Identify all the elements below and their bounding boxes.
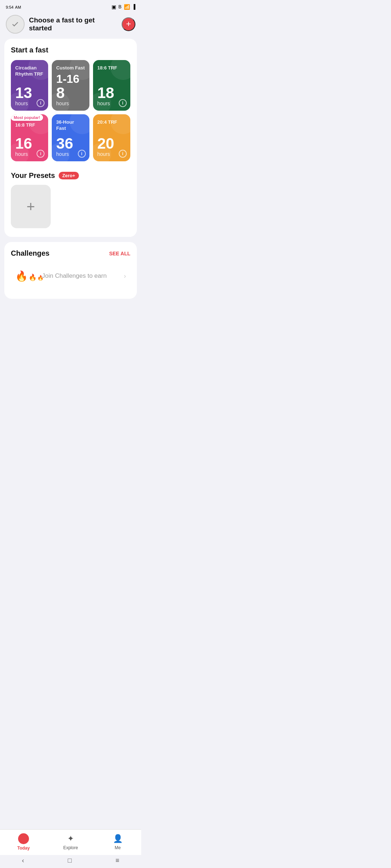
flame-cluster-icon: 🔥 🔥 🔥 bbox=[15, 270, 43, 282]
fast-tile-name: 36-Hour Fast bbox=[56, 119, 85, 132]
fast-tile-custom[interactable]: Custom Fast 1-16 8 hours bbox=[52, 60, 89, 111]
fast-tile-204trf[interactable]: 20:4 TRF 20 hours i bbox=[93, 114, 130, 161]
fast-tile-hours-num: 13 bbox=[15, 85, 44, 101]
fast-tile-name: Custom Fast bbox=[56, 65, 85, 71]
app-header: Choose a fast to get started + bbox=[0, 11, 141, 39]
checkmark-icon bbox=[11, 20, 19, 28]
see-all-button[interactable]: SEE ALL bbox=[109, 251, 130, 256]
camera-icon: ▣ bbox=[112, 4, 116, 10]
info-icon[interactable]: i bbox=[78, 150, 86, 158]
presets-title: Your Presets bbox=[11, 171, 55, 180]
fast-tile-hours-num: 36 bbox=[56, 136, 85, 151]
fast-tile-168trf[interactable]: Most popular! 16:8 TRF 16 hours i bbox=[11, 114, 48, 161]
header-title: Choose a fast to get started bbox=[29, 16, 117, 32]
chevron-right-icon: › bbox=[124, 272, 126, 280]
challenges-title: Challenges bbox=[11, 249, 50, 258]
fasting-grid: Circadian Rhythm TRF 13 hours i Custom F… bbox=[11, 60, 130, 161]
fast-tile-hours-num: 16 bbox=[15, 136, 44, 151]
fast-tile-name: 20:4 TRF bbox=[97, 119, 126, 125]
info-icon[interactable]: i bbox=[119, 99, 127, 107]
status-time: 9:54 AM bbox=[6, 4, 21, 10]
challenge-join-text: Join Challenges to earn bbox=[42, 272, 119, 280]
scroll-area: Start a fast Circadian Rhythm TRF 13 hou… bbox=[0, 39, 141, 333]
flame-purple-icon: 🔥 bbox=[29, 273, 37, 281]
fast-tile-hours-num2: 8 bbox=[56, 85, 85, 101]
status-bar: 9:54 AM ▣ B 📶 ▐ bbox=[0, 0, 141, 11]
zero-plus-badge: Zero+ bbox=[59, 172, 79, 179]
check-button[interactable] bbox=[6, 15, 25, 34]
challenge-item[interactable]: 🔥 🔥 🔥 Join Challenges to earn › bbox=[11, 262, 130, 290]
most-popular-badge: Most popular! bbox=[11, 114, 44, 122]
challenges-header: Challenges SEE ALL bbox=[11, 249, 130, 258]
bluetooth-icon: B bbox=[118, 4, 122, 9]
info-icon[interactable]: i bbox=[119, 150, 127, 158]
flame-yellow-icon: 🔥 bbox=[37, 275, 43, 281]
battery-icon: ▐ bbox=[132, 4, 135, 9]
challenges-card: Challenges SEE ALL 🔥 🔥 🔥 Join Challenges… bbox=[4, 242, 137, 299]
add-fast-button[interactable]: + bbox=[122, 17, 135, 31]
fast-tile-36hour[interactable]: 36-Hour Fast 36 hours i bbox=[52, 114, 89, 161]
start-fast-card: Start a fast Circadian Rhythm TRF 13 hou… bbox=[4, 39, 137, 237]
fast-tile-hours-num: 20 bbox=[97, 136, 126, 151]
fast-tile-circadian[interactable]: Circadian Rhythm TRF 13 hours i bbox=[11, 60, 48, 111]
flame-blue-icon: 🔥 bbox=[15, 270, 28, 282]
fast-tile-name: 18:6 TRF bbox=[97, 65, 126, 71]
fast-tile-186trf[interactable]: 18:6 TRF 18 hours i bbox=[93, 60, 130, 111]
fast-tile-name: Circadian Rhythm TRF bbox=[15, 65, 44, 77]
wifi-icon: 📶 bbox=[124, 4, 130, 10]
fast-tile-hours-num: 1-16 bbox=[56, 73, 85, 85]
add-preset-button[interactable]: + bbox=[11, 185, 51, 228]
presets-section: Your Presets Zero+ + bbox=[11, 171, 130, 228]
presets-header: Your Presets Zero+ bbox=[11, 171, 130, 180]
status-icons: ▣ B 📶 ▐ bbox=[112, 4, 135, 10]
fast-tile-hours-num: 18 bbox=[97, 85, 126, 101]
fast-tile-name: 16:8 TRF bbox=[15, 122, 44, 128]
start-fast-title: Start a fast bbox=[11, 46, 130, 54]
fast-tile-hours-label: hours bbox=[56, 101, 85, 106]
challenge-icon-area: 🔥 🔥 🔥 bbox=[15, 267, 37, 285]
